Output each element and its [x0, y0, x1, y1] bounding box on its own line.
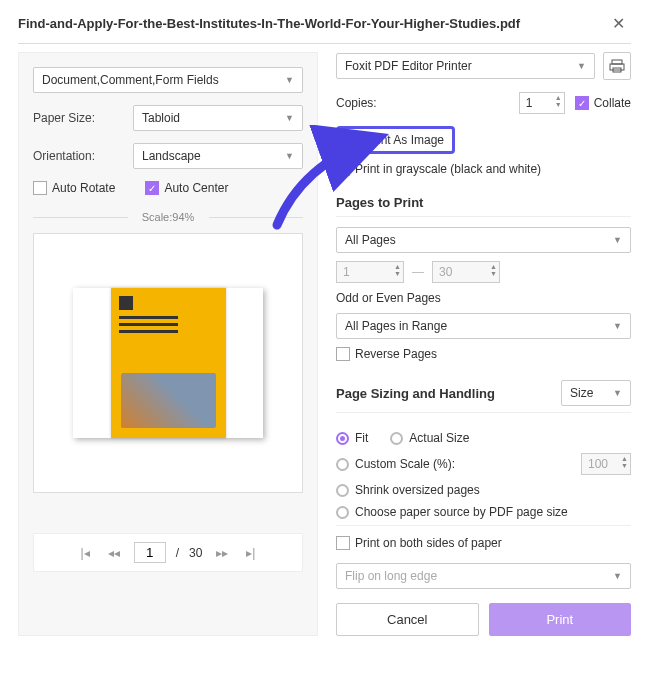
radio-icon	[336, 484, 349, 497]
pages-dropdown[interactable]: All Pages▼	[336, 227, 631, 253]
checkbox-checked-icon: ✓	[145, 181, 159, 195]
orientation-label: Orientation:	[33, 149, 123, 163]
auto-center-label: Auto Center	[164, 181, 228, 195]
flip-value: Flip on long edge	[345, 569, 437, 583]
both-sides-checkbox[interactable]: Print on both sides of paper	[336, 536, 502, 550]
left-panel: Document,Comment,Form Fields▼ Paper Size…	[18, 52, 318, 636]
radio-selected-icon	[336, 432, 349, 445]
chevron-down-icon: ▼	[613, 388, 622, 398]
copies-input[interactable]: 1▲▼	[519, 92, 565, 114]
print-as-image-checkbox[interactable]: ✓ Print As Image	[347, 133, 444, 147]
size-mode-dropdown[interactable]: Size▼	[561, 380, 631, 406]
fit-label: Fit	[355, 431, 368, 445]
spinner-icon: ▲▼	[394, 263, 401, 277]
copies-label: Copies:	[336, 96, 377, 110]
chevron-down-icon: ▼	[577, 61, 586, 71]
scale-label: Scale:94%	[33, 211, 303, 223]
spinner-icon[interactable]: ▲▼	[555, 94, 562, 108]
paper-size-label: Paper Size:	[33, 111, 123, 125]
checkbox-empty-icon	[336, 347, 350, 361]
page-preview	[33, 233, 303, 493]
grayscale-label: Print in grayscale (black and white)	[355, 162, 541, 176]
checkbox-checked-icon: ✓	[575, 96, 589, 110]
copies-value: 1	[526, 96, 533, 110]
paper-size-dropdown[interactable]: Tabloid▼	[133, 105, 303, 131]
print-button[interactable]: Print	[489, 603, 632, 636]
fields-dropdown[interactable]: Document,Comment,Form Fields▼	[33, 67, 303, 93]
page-sizing-heading: Page Sizing and Handling	[336, 386, 495, 401]
shrink-radio[interactable]: Shrink oversized pages	[336, 483, 480, 497]
close-button[interactable]: ✕	[606, 12, 631, 35]
radio-icon	[336, 506, 349, 519]
actual-size-radio[interactable]: Actual Size	[390, 431, 469, 445]
page-sep: /	[176, 546, 179, 560]
chevron-down-icon: ▼	[613, 571, 622, 581]
spinner-icon: ▲▼	[490, 263, 497, 277]
next-page-button[interactable]: ▸▸	[212, 544, 232, 562]
last-page-button[interactable]: ▸|	[242, 544, 259, 562]
range-from-value: 1	[343, 265, 350, 279]
auto-rotate-label: Auto Rotate	[52, 181, 115, 195]
page-input[interactable]	[134, 542, 166, 563]
range-to-input[interactable]: 30▲▼	[432, 261, 500, 283]
document-thumbnail	[111, 288, 226, 438]
custom-scale-label: Custom Scale (%):	[355, 457, 455, 471]
chevron-down-icon: ▼	[613, 321, 622, 331]
pages-to-print-heading: Pages to Print	[336, 195, 631, 210]
paper-size-value: Tabloid	[142, 111, 180, 125]
auto-center-checkbox[interactable]: ✓ Auto Center	[145, 181, 228, 195]
range-from-input[interactable]: 1▲▼	[336, 261, 404, 283]
chevron-down-icon: ▼	[285, 113, 294, 123]
range-dash: —	[412, 265, 424, 279]
collate-checkbox[interactable]: ✓ Collate	[575, 96, 631, 110]
orientation-dropdown[interactable]: Landscape▼	[133, 143, 303, 169]
svg-rect-1	[610, 64, 624, 70]
checkbox-empty-icon	[336, 536, 350, 550]
odd-even-value: All Pages in Range	[345, 319, 447, 333]
pages-value: All Pages	[345, 233, 396, 247]
chevron-down-icon: ▼	[285, 151, 294, 161]
window-title: Find-and-Apply-For-the-Best-Institutes-I…	[18, 16, 520, 31]
checkbox-checked-icon: ✓	[347, 133, 361, 147]
choose-source-label: Choose paper source by PDF page size	[355, 505, 568, 519]
odd-even-label: Odd or Even Pages	[336, 291, 631, 305]
collate-label: Collate	[594, 96, 631, 110]
actual-size-label: Actual Size	[409, 431, 469, 445]
cancel-button[interactable]: Cancel	[336, 603, 479, 636]
both-sides-label: Print on both sides of paper	[355, 536, 502, 550]
print-as-image-label: Print As Image	[366, 133, 444, 147]
svg-rect-0	[612, 60, 622, 64]
chevron-down-icon: ▼	[613, 235, 622, 245]
custom-scale-input[interactable]: 100▲▼	[581, 453, 631, 475]
prev-page-button[interactable]: ◂◂	[104, 544, 124, 562]
custom-scale-radio[interactable]: Custom Scale (%):	[336, 457, 455, 471]
flip-dropdown: Flip on long edge▼	[336, 563, 631, 589]
right-panel: Foxit PDF Editor Printer▼ Copies: 1▲▼ ✓ …	[336, 52, 631, 636]
chevron-down-icon: ▼	[285, 75, 294, 85]
choose-source-radio[interactable]: Choose paper source by PDF page size	[336, 505, 568, 519]
reverse-pages-checkbox[interactable]: Reverse Pages	[336, 347, 437, 361]
size-mode-value: Size	[570, 386, 593, 400]
printer-icon	[609, 58, 625, 74]
grayscale-checkbox[interactable]: Print in grayscale (black and white)	[336, 162, 541, 176]
printer-properties-button[interactable]	[603, 52, 631, 80]
spinner-icon: ▲▼	[621, 455, 628, 469]
fit-radio[interactable]: Fit	[336, 431, 368, 445]
range-to-value: 30	[439, 265, 452, 279]
page-total: 30	[189, 546, 202, 560]
odd-even-dropdown[interactable]: All Pages in Range▼	[336, 313, 631, 339]
page-navigator: |◂ ◂◂ / 30 ▸▸ ▸|	[33, 533, 303, 572]
radio-icon	[336, 458, 349, 471]
checkbox-empty-icon	[336, 162, 350, 176]
printer-value: Foxit PDF Editor Printer	[345, 59, 472, 73]
printer-dropdown[interactable]: Foxit PDF Editor Printer▼	[336, 53, 595, 79]
reverse-pages-label: Reverse Pages	[355, 347, 437, 361]
shrink-label: Shrink oversized pages	[355, 483, 480, 497]
custom-scale-value: 100	[588, 457, 608, 471]
first-page-button[interactable]: |◂	[77, 544, 94, 562]
auto-rotate-checkbox[interactable]: Auto Rotate	[33, 181, 115, 195]
print-as-image-highlight: ✓ Print As Image	[336, 126, 455, 154]
radio-icon	[390, 432, 403, 445]
fields-dropdown-value: Document,Comment,Form Fields	[42, 73, 219, 87]
orientation-value: Landscape	[142, 149, 201, 163]
